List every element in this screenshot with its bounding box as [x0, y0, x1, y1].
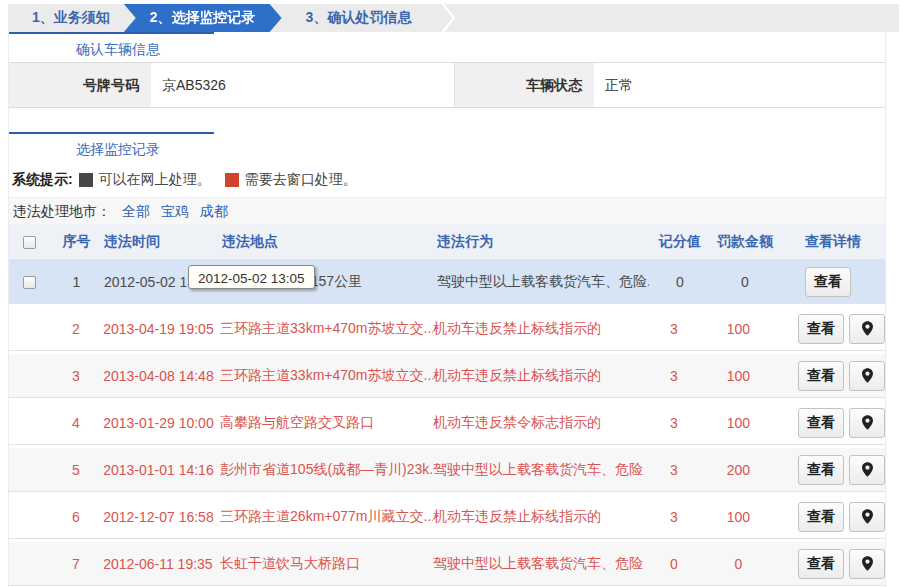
tooltip: 2012-05-02 13:05 [188, 265, 315, 289]
vehicle-info-panel: 确认车辆信息 号牌号码 京AB5326 车辆状态 正常 [9, 32, 885, 108]
header-score: 记分值 [649, 233, 711, 251]
row-behavior: 驾驶中型以上载客载货汽车、危险... [433, 555, 643, 573]
row-fine: 100 [705, 368, 772, 384]
view-button[interactable]: 查看 [798, 408, 844, 438]
row-fine: 100 [705, 415, 772, 431]
map-pin-button[interactable] [849, 408, 885, 438]
row-score: 3 [643, 509, 704, 525]
system-hint: 系统提示: 可以在网上处理。 需要去窗口处理。 [12, 170, 885, 190]
view-button[interactable]: 查看 [798, 314, 844, 344]
row-seq: 1 [49, 274, 104, 290]
view-button[interactable]: 查看 [798, 502, 844, 532]
table-row: 7 2012-06-11 19:35 长虹干道饮马大桥路口 驾驶中型以上载客载货… [9, 542, 885, 586]
row-fine: 100 [705, 509, 772, 525]
row-behavior: 驾驶中型以上载客载货汽车、危险... [433, 461, 643, 479]
map-pin-button[interactable] [849, 361, 885, 391]
online-legend-square-icon [79, 173, 93, 187]
map-pin-icon [862, 509, 873, 524]
step-select-records[interactable]: 2、选择监控记录 [124, 4, 282, 32]
header-behavior: 违法行为 [437, 233, 649, 251]
row-seq: 6 [49, 509, 104, 525]
map-pin-button[interactable] [849, 314, 885, 344]
row-location: 三环路主道26km+077m川藏立交... [220, 508, 433, 526]
row-behavior: 驾驶中型以上载客载货汽车、危险... [437, 273, 649, 291]
tab-select-records[interactable]: 选择监控记录 [76, 141, 160, 159]
table-body: 1 2012-05-02 13:05 2157公里 驾驶中型以上载客载货汽车、危… [9, 260, 885, 586]
row-location: 长虹干道饮马大桥路口 [220, 555, 433, 573]
row-score: 3 [643, 415, 704, 431]
vehicle-info-form: 号牌号码 京AB5326 车辆状态 正常 [9, 62, 885, 108]
row-fine: 200 [705, 462, 772, 478]
row-behavior: 机动车违反禁止标线指示的 [433, 320, 643, 338]
view-button[interactable]: 查看 [798, 361, 844, 391]
header-location: 违法地点 [222, 233, 437, 251]
row-location: 三环路主道33km+470m苏坡立交... [220, 320, 433, 338]
city-filter-chengdu[interactable]: 成都 [200, 203, 228, 219]
select-all-checkbox[interactable] [23, 236, 36, 249]
vehicle-status-label: 车辆状态 [454, 63, 594, 107]
header-seq: 序号 [49, 233, 104, 251]
row-score: 0 [643, 556, 704, 572]
row-fine: 0 [711, 274, 779, 290]
table-row: 3 2013-04-08 14:48 三环路主道33km+470m苏坡立交...… [9, 354, 885, 398]
row-behavior: 机动车违反禁令标志指示的 [433, 414, 643, 432]
row-score: 3 [643, 321, 704, 337]
plate-number-label: 号牌号码 [9, 63, 151, 107]
row-score: 3 [643, 462, 704, 478]
system-hint-label: 系统提示: [12, 171, 73, 189]
table-row: 2 2013-04-19 19:05 三环路主道33km+470m苏坡立交...… [9, 307, 885, 351]
map-pin-button[interactable] [849, 502, 885, 532]
map-pin-button[interactable] [849, 455, 885, 485]
city-filter-label: 违法处理地市： [13, 203, 111, 219]
main-content: 确认车辆信息 号牌号码 京AB5326 车辆状态 正常 选择监控记录 系统提示:… [8, 32, 886, 587]
row-checkbox[interactable] [23, 276, 36, 289]
row-time: 2012-06-11 19:35 [103, 556, 220, 572]
vehicle-status-value: 正常 [594, 63, 885, 107]
table-row: 4 2013-01-29 10:00 高攀路与航空路交叉路口 机动车违反禁令标志… [9, 401, 885, 445]
row-time: 2013-04-19 19:05 [103, 321, 220, 337]
table-header: 序号 违法时间 违法地点 违法行为 记分值 罚款金额 查看详情 [9, 224, 885, 260]
step-confirm-penalty[interactable]: 3、确认处罚信息 [282, 4, 436, 32]
breadcrumb: 1、业务须知 2、选择监控记录 3、确认处罚信息 [8, 4, 899, 32]
view-button[interactable]: 查看 [798, 549, 844, 579]
row-score: 0 [649, 274, 711, 290]
window-legend-square-icon [225, 173, 239, 187]
city-filter-bar: 违法处理地市： 全部 宝鸡 成都 [9, 197, 885, 224]
row-location: 彭州市省道105线(成都—青川)23k... [220, 461, 433, 479]
step-business-notice[interactable]: 1、业务须知 [8, 4, 134, 32]
row-fine: 0 [705, 556, 772, 572]
city-filter-baoji[interactable]: 宝鸡 [161, 203, 189, 219]
row-score: 3 [643, 368, 704, 384]
monitoring-records-panel: 选择监控记录 系统提示: 可以在网上处理。 需要去窗口处理。 违法处理地市： 全… [9, 132, 885, 587]
records-tab-strip: 选择监控记录 [9, 132, 885, 162]
tab-vehicle-info[interactable]: 确认车辆信息 [76, 41, 160, 59]
row-location: 三环路主道33km+470m苏坡立交... [220, 367, 433, 385]
row-time: 2012-12-07 16:58 [103, 509, 220, 525]
table-row: 1 2012-05-02 13:05 2157公里 驾驶中型以上载客载货汽车、危… [9, 260, 885, 304]
view-button[interactable]: 查看 [805, 267, 851, 297]
map-pin-icon [862, 321, 873, 336]
row-seq: 4 [49, 415, 104, 431]
row-seq: 3 [49, 368, 104, 384]
row-behavior: 机动车违反禁止标线指示的 [433, 367, 643, 385]
map-pin-button[interactable] [849, 549, 885, 579]
window-legend-text: 需要去窗口处理。 [245, 171, 357, 189]
map-pin-icon [862, 368, 873, 383]
row-time: 2013-04-08 14:48 [103, 368, 220, 384]
row-behavior: 机动车违反禁止标线指示的 [433, 508, 643, 526]
header-fine: 罚款金额 [711, 233, 779, 251]
row-seq: 2 [49, 321, 104, 337]
header-detail: 查看详情 [779, 233, 885, 251]
row-location: 高攀路与航空路交叉路口 [220, 414, 433, 432]
online-legend-text: 可以在网上处理。 [99, 171, 211, 189]
chevron-separator-icon [441, 4, 455, 32]
row-time: 2013-01-29 10:00 [103, 415, 220, 431]
map-pin-icon [862, 556, 873, 571]
row-seq: 7 [49, 556, 104, 572]
row-time: 2013-01-01 14:16 [103, 462, 220, 478]
row-seq: 5 [49, 462, 104, 478]
view-button[interactable]: 查看 [798, 455, 844, 485]
city-filter-all[interactable]: 全部 [122, 203, 150, 219]
map-pin-icon [862, 462, 873, 477]
vehicle-info-tab-strip: 确认车辆信息 [9, 32, 885, 62]
